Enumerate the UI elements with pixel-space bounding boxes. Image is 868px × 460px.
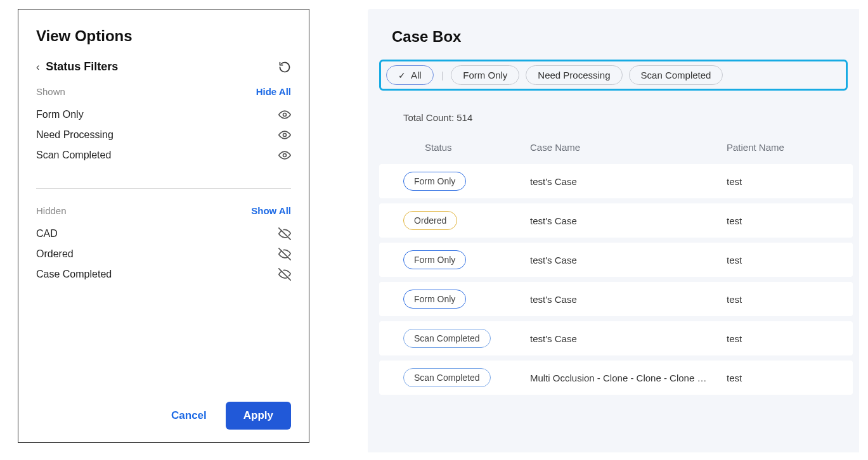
cell-case-name: test's Case <box>530 255 727 265</box>
shown-section-header: Shown Hide All <box>36 86 291 97</box>
status-chip: Scan Completed <box>403 368 491 387</box>
button-row: Cancel Apply <box>36 395 291 430</box>
filter-item-label: Form Only <box>36 109 84 120</box>
cell-status: Scan Completed <box>403 329 530 348</box>
case-rows: Form Onlytest's CasetestOrderedtest's Ca… <box>368 164 859 395</box>
filter-bar: ✓All|Form OnlyNeed ProcessingScan Comple… <box>379 60 848 91</box>
shown-filter-item: Need Processing <box>36 125 291 145</box>
filter-chip[interactable]: Need Processing <box>526 65 622 85</box>
cell-case-name: test's Case <box>530 176 727 187</box>
case-row[interactable]: Orderedtest's Casetest <box>379 203 853 238</box>
hidden-filter-item: Ordered <box>36 244 291 264</box>
total-count: Total Count: 514 <box>368 91 859 142</box>
filter-item-label: Scan Completed <box>36 150 111 161</box>
case-box-title: Case Box <box>368 9 859 60</box>
cell-patient-name: test <box>727 176 853 187</box>
status-chip: Form Only <box>403 250 466 269</box>
hidden-filter-item: Case Completed <box>36 264 291 284</box>
filter-chip[interactable]: Form Only <box>451 65 519 85</box>
filter-chip-label: Need Processing <box>538 70 610 80</box>
svg-point-1 <box>283 134 287 137</box>
cell-case-name: test's Case <box>530 294 727 305</box>
status-chip: Form Only <box>403 172 466 191</box>
eye-open-icon[interactable] <box>278 149 291 162</box>
cell-patient-name: test <box>727 294 853 305</box>
case-row[interactable]: Scan Completedtest's Casetest <box>379 321 853 355</box>
filter-chip-label: Scan Completed <box>641 70 711 80</box>
hidden-label: Hidden <box>36 205 67 216</box>
col-status: Status <box>403 142 530 153</box>
filter-item-label: Ordered <box>36 248 74 260</box>
cell-status: Form Only <box>403 250 530 269</box>
hidden-filter-item: CAD <box>36 224 291 244</box>
case-row[interactable]: Scan CompletedMulti Occlusion - Clone - … <box>379 361 853 395</box>
shown-filter-item: Scan Completed <box>36 145 291 165</box>
case-row[interactable]: Form Onlytest's Casetest <box>379 164 853 198</box>
filter-chip-label: All <box>411 70 422 80</box>
cell-case-name: test's Case <box>530 215 727 226</box>
separator: | <box>440 70 445 80</box>
back-icon[interactable]: ‹ <box>36 61 39 73</box>
table-header: Status Case Name Patient Name <box>368 142 859 164</box>
status-chip: Ordered <box>403 211 457 230</box>
status-filters-header: ‹ Status Filters <box>36 60 291 73</box>
cell-case-name: Multi Occlusion - Clone - Clone - Clone … <box>530 373 727 383</box>
apply-button[interactable]: Apply <box>226 402 291 430</box>
status-filters-label: Status Filters <box>46 60 118 73</box>
status-chip: Form Only <box>403 290 466 309</box>
view-options-title: View Options <box>36 27 291 45</box>
eye-off-icon[interactable] <box>278 248 291 260</box>
shown-list: Form OnlyNeed ProcessingScan Completed <box>36 105 291 165</box>
svg-point-2 <box>283 154 287 157</box>
case-row[interactable]: Form Onlytest's Casetest <box>379 282 853 316</box>
show-all-link[interactable]: Show All <box>251 205 291 216</box>
cell-case-name: test's Case <box>530 333 727 344</box>
eye-open-icon[interactable] <box>278 129 291 141</box>
reset-icon[interactable] <box>278 61 291 73</box>
col-patient-name: Patient Name <box>727 142 859 153</box>
cell-status: Ordered <box>403 211 530 230</box>
cell-patient-name: test <box>727 255 853 265</box>
filter-chip[interactable]: ✓All <box>386 65 434 85</box>
eye-off-icon[interactable] <box>278 268 291 281</box>
cell-patient-name: test <box>727 333 853 344</box>
cancel-button[interactable]: Cancel <box>164 403 214 428</box>
view-options-panel: View Options ‹ Status Filters Shown Hide… <box>18 9 309 443</box>
filter-chip-label: Form Only <box>463 70 507 80</box>
cell-patient-name: test <box>727 215 853 226</box>
filter-item-label: Case Completed <box>36 269 112 280</box>
shown-filter-item: Form Only <box>36 105 291 125</box>
case-box-panel: Case Box ✓All|Form OnlyNeed ProcessingSc… <box>368 9 859 452</box>
filter-item-label: Need Processing <box>36 129 113 141</box>
cell-patient-name: test <box>727 373 853 383</box>
svg-point-0 <box>283 113 287 117</box>
col-case-name: Case Name <box>530 142 727 153</box>
cell-status: Form Only <box>403 172 530 191</box>
eye-off-icon[interactable] <box>278 227 291 240</box>
hidden-list: CADOrderedCase Completed <box>36 224 291 284</box>
check-icon: ✓ <box>398 70 406 80</box>
divider <box>36 188 291 189</box>
cell-status: Form Only <box>403 290 530 309</box>
case-row[interactable]: Form Onlytest's Casetest <box>379 243 853 277</box>
shown-label: Shown <box>36 86 65 97</box>
cell-status: Scan Completed <box>403 368 530 387</box>
filter-chip[interactable]: Scan Completed <box>629 65 723 85</box>
status-chip: Scan Completed <box>403 329 491 348</box>
eye-open-icon[interactable] <box>278 108 291 121</box>
hide-all-link[interactable]: Hide All <box>256 86 291 97</box>
hidden-section-header: Hidden Show All <box>36 205 291 216</box>
filter-item-label: CAD <box>36 228 58 240</box>
